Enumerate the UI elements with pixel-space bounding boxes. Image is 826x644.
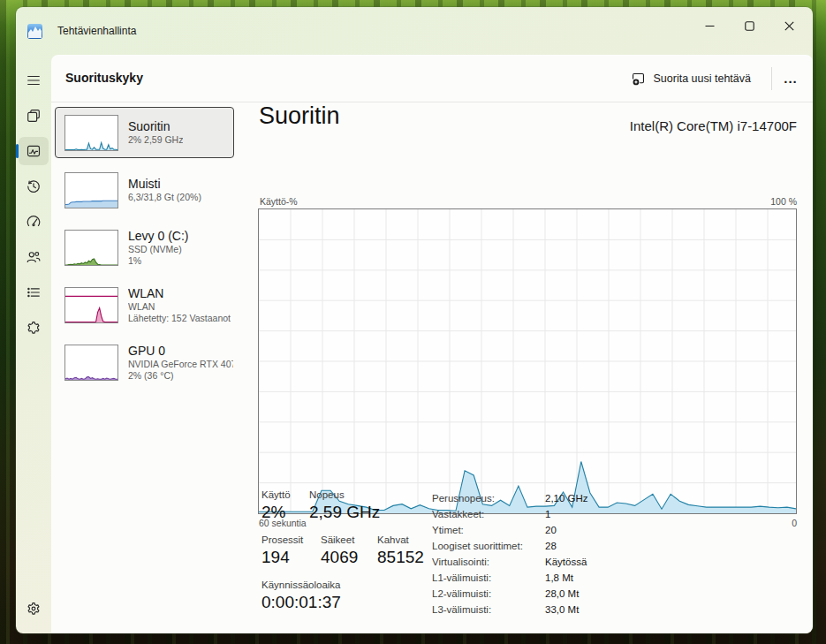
task-manager-app-icon xyxy=(27,24,42,39)
chart-y-label: Käyttö-% xyxy=(260,196,298,207)
page-title: Suorituskyky xyxy=(65,71,143,85)
chart-x-right-label: 0 xyxy=(792,518,797,528)
close-button[interactable] xyxy=(769,9,809,42)
stat-handles: Kahvat 85152 xyxy=(377,534,424,567)
stat-processes: Prosessit 194 xyxy=(261,534,303,567)
chart-y-max-label: 100 % xyxy=(770,196,797,207)
wlan-sparkline xyxy=(64,287,118,323)
menu-toggle-button[interactable] xyxy=(19,66,49,95)
sidebar-item-services[interactable] xyxy=(19,314,49,342)
sidebar-item-users[interactable] xyxy=(19,243,49,271)
perf-item-sub2: Lähetetty: 152 Vastaanot xyxy=(128,313,231,324)
memory-sparkline xyxy=(64,172,118,208)
perf-item-title: GPU 0 xyxy=(128,344,233,359)
close-icon xyxy=(784,21,794,31)
stat-threads: Säikeet 4069 xyxy=(321,534,358,567)
detail-row: Virtualisointi:Käytössä xyxy=(432,554,588,570)
gauge-icon xyxy=(26,214,42,230)
detail-row: Vastakkeet:1 xyxy=(432,506,588,522)
caption-buttons xyxy=(690,9,809,42)
cpu-details: Perusnopeus:2,10 GHz Vastakkeet:1 Ytimet… xyxy=(432,490,588,617)
perf-item-sub: WLAN xyxy=(128,301,231,313)
perf-item-memory[interactable]: Muisti 6,3/31,8 Gt (20%) xyxy=(56,165,233,215)
perf-item-sub: SSD (NVMe) xyxy=(128,244,188,255)
perf-item-cpu[interactable]: Suoritin 2% 2,59 GHz xyxy=(56,108,233,157)
list-icon xyxy=(26,284,42,300)
disk-sparkline xyxy=(64,230,118,266)
people-icon xyxy=(26,249,42,265)
detail-row: Perusnopeus:2,10 GHz xyxy=(432,490,588,506)
cpu-model-name: Intel(R) Core(TM) i7-14700F xyxy=(630,118,797,133)
task-manager-window: Tehtävienhallinta xyxy=(16,7,813,633)
perf-item-gpu[interactable]: GPU 0 NVIDIA GeForce RTX 407 2% (36 °C) xyxy=(56,337,233,387)
gear-icon xyxy=(26,601,42,617)
pulse-square-icon xyxy=(26,143,42,159)
perf-item-sub: NVIDIA GeForce RTX 407 xyxy=(128,359,233,370)
perf-item-sub: 6,3/31,8 Gt (20%) xyxy=(128,192,201,203)
minimize-button[interactable] xyxy=(690,9,730,42)
cpu-panel: Suoritin Intel(R) Core(TM) i7-14700F Käy… xyxy=(258,55,797,633)
detail-row: Ytimet:20 xyxy=(432,522,588,538)
perf-item-wlan[interactable]: WLAN WLAN Lähetetty: 152 Vastaanot xyxy=(56,280,233,330)
tiles-icon xyxy=(26,108,42,124)
stat-speed: Nopeus 2,59 GHz xyxy=(309,489,380,522)
window-title: Tehtävienhallinta xyxy=(57,25,136,37)
history-clock-icon xyxy=(26,178,42,194)
sidebar-item-details[interactable] xyxy=(19,278,49,307)
perf-item-title: Muisti xyxy=(128,177,201,192)
perf-item-disk[interactable]: Levy 0 (C:) SSD (NVMe) 1% xyxy=(56,223,233,272)
sidebar-item-app-history[interactable] xyxy=(19,172,49,201)
perf-item-sub: 2% 2,59 GHz xyxy=(128,134,183,146)
perf-item-title: Levy 0 (C:) xyxy=(128,229,188,244)
selected-indicator xyxy=(16,144,19,158)
hamburger-menu-icon xyxy=(26,72,42,88)
cog-icon xyxy=(26,320,42,336)
maximize-button[interactable] xyxy=(730,9,769,42)
stat-uptime: Käynnissäoloaika 0:00:01:37 xyxy=(261,580,341,612)
detail-row: L3-välimuisti:33,0 Mt xyxy=(432,602,588,617)
desktop-wallpaper: Tehtävienhallinta xyxy=(0,0,826,644)
detail-row: L1-välimuisti:1,8 Mt xyxy=(432,570,588,586)
gpu-sparkline xyxy=(64,345,118,381)
sidebar-item-startup-apps[interactable] xyxy=(19,208,49,236)
settings-button[interactable] xyxy=(19,595,49,623)
detail-row: Loogiset suorittimet:28 xyxy=(432,538,588,554)
maximize-icon xyxy=(745,21,754,31)
perf-item-title: WLAN xyxy=(128,286,231,301)
sidebar xyxy=(16,55,51,633)
sidebar-item-processes[interactable] xyxy=(19,102,49,130)
cpu-panel-title: Suoritin xyxy=(259,102,340,130)
perf-item-sub2: 1% xyxy=(128,255,188,267)
cpu-sparkline xyxy=(64,115,118,151)
sidebar-item-performance[interactable] xyxy=(19,137,49,165)
content-card: Suorituskyky Suorita uusi tehtävä ... xyxy=(51,55,813,633)
perf-item-sub2: 2% (36 °C) xyxy=(128,370,233,382)
detail-row: L2-välimuisti:28,0 Mt xyxy=(432,586,588,602)
titlebar[interactable]: Tehtävienhallinta xyxy=(16,7,813,55)
perf-item-title: Suoritin xyxy=(128,119,183,134)
minimize-icon xyxy=(705,21,715,31)
performance-list: Suoritin 2% 2,59 GHz Muisti 6,3/31,8 Gt … xyxy=(51,102,239,633)
cpu-usage-chart xyxy=(258,208,797,514)
stat-usage: Käyttö 2% xyxy=(261,489,291,522)
